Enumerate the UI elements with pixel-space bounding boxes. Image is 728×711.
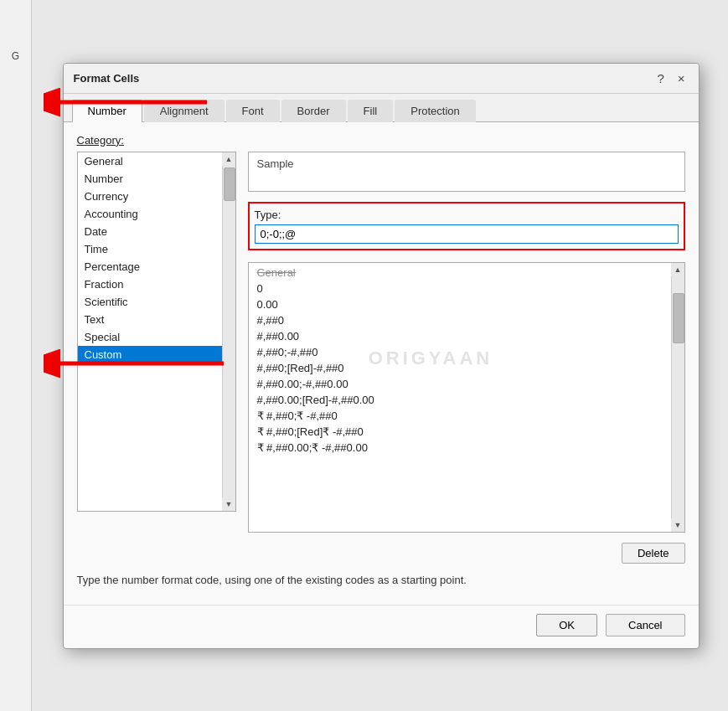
type-input[interactable] xyxy=(255,224,679,244)
dialog-body: Category: General Number Currency Accoun… xyxy=(64,122,699,605)
scroll-track xyxy=(223,166,235,497)
format-scroll-track xyxy=(672,276,684,518)
list-item[interactable]: Fraction xyxy=(78,276,235,293)
format-list-item[interactable]: General xyxy=(249,265,684,281)
list-item[interactable]: General xyxy=(78,152,235,170)
scroll-up-button[interactable]: ▲ xyxy=(222,152,235,166)
list-item[interactable]: Special xyxy=(78,328,235,346)
tab-border[interactable]: Border xyxy=(281,100,346,122)
category-label: Category: xyxy=(77,134,685,147)
format-scroll-down-button[interactable]: ▼ xyxy=(671,518,684,532)
format-scroll-thumb xyxy=(673,293,684,343)
scroll-thumb xyxy=(224,167,235,201)
category-list-wrapper: General Number Currency Accounting Date … xyxy=(77,152,236,512)
list-item[interactable]: Currency xyxy=(78,188,235,205)
tab-protection[interactable]: Protection xyxy=(395,100,476,122)
tab-fill[interactable]: Fill xyxy=(348,100,394,122)
main-content: General Number Currency Accounting Date … xyxy=(77,152,685,564)
scroll-down-button[interactable]: ▼ xyxy=(222,497,235,511)
tab-font[interactable]: Font xyxy=(226,100,280,122)
dialog-titlebar: Format Cells ? × xyxy=(64,64,699,94)
list-item[interactable]: Percentage xyxy=(78,258,235,276)
format-list-wrapper: General 0 0.00 #,##0 #,##0.00 #,##0;-#,#… xyxy=(248,262,685,533)
dialog-title: Format Cells xyxy=(74,72,140,85)
format-list-item[interactable]: ₹ #,##0;₹ -#,##0 xyxy=(249,408,684,424)
list-item[interactable]: Accounting xyxy=(78,205,235,223)
format-list-item[interactable]: ₹ #,##0;[Red]₹ -#,##0 xyxy=(249,424,684,440)
format-list: General 0 0.00 #,##0 #,##0.00 #,##0;-#,#… xyxy=(249,263,684,457)
list-item[interactable]: Scientific xyxy=(78,293,235,311)
sample-section: Sample xyxy=(248,152,685,192)
format-cells-dialog: Format Cells ? × Number Alignment Font B… xyxy=(63,63,700,649)
list-item-custom[interactable]: Custom xyxy=(78,346,235,363)
ok-button[interactable]: OK xyxy=(536,614,597,636)
cancel-button[interactable]: Cancel xyxy=(606,614,684,636)
dialog-controls: ? × xyxy=(653,70,688,87)
format-scrollbar: ▲ ▼ xyxy=(671,263,684,532)
format-list-item[interactable]: #,##0;[Red]-#,##0 xyxy=(249,360,684,376)
close-button[interactable]: × xyxy=(674,70,689,87)
format-list-item[interactable]: #,##0;-#,##0 xyxy=(249,344,684,360)
delete-button[interactable]: Delete xyxy=(622,543,685,564)
list-item[interactable]: Time xyxy=(78,240,235,258)
list-item[interactable]: Text xyxy=(78,311,235,328)
format-list-item[interactable]: 0 xyxy=(249,281,684,296)
format-list-item[interactable]: #,##0.00 xyxy=(249,328,684,344)
delete-row: Delete xyxy=(248,543,685,564)
dialog-footer: OK Cancel xyxy=(64,605,699,648)
sample-label: Sample xyxy=(257,157,676,170)
format-list-item[interactable]: ₹ #,##0.00;₹ -#,##0.00 xyxy=(249,440,684,456)
help-button[interactable]: ? xyxy=(653,70,667,87)
list-item[interactable]: Number xyxy=(78,170,235,188)
category-list: General Number Currency Accounting Date … xyxy=(78,152,235,511)
format-list-item[interactable]: #,##0.00;[Red]-#,##0.00 xyxy=(249,392,684,408)
format-scroll-up-button[interactable]: ▲ xyxy=(671,263,684,276)
tab-number[interactable]: Number xyxy=(72,100,142,122)
hint-text: Type the number format code, using one o… xyxy=(77,574,685,586)
type-box-highlight: Type: xyxy=(248,202,685,250)
format-list-item[interactable]: 0.00 xyxy=(249,296,684,312)
tab-alignment[interactable]: Alignment xyxy=(144,100,225,122)
right-panel: Sample Type: General 0 0.00 #,##0 #,##0.… xyxy=(248,152,685,564)
format-list-item[interactable]: #,##0.00;-#,##0.00 xyxy=(249,376,684,392)
tab-bar: Number Alignment Font Border Fill Protec… xyxy=(64,94,699,122)
type-label: Type: xyxy=(255,209,679,221)
category-scrollbar: ▲ ▼ xyxy=(222,152,235,511)
format-list-item[interactable]: #,##0 xyxy=(249,312,684,328)
list-item[interactable]: Date xyxy=(78,223,235,240)
